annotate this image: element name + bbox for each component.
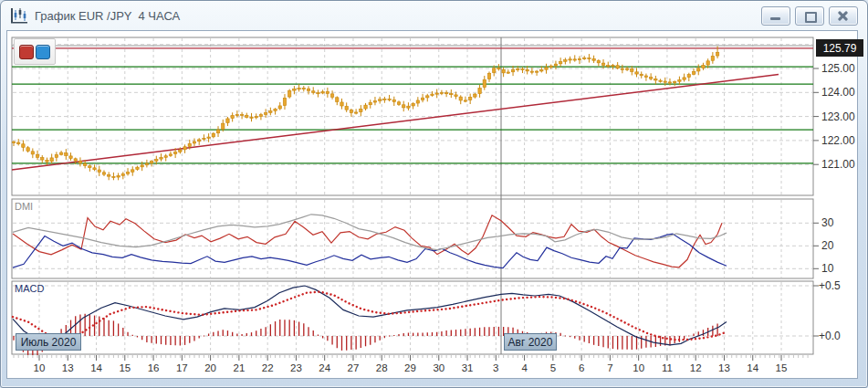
date-axis-label: 28: [376, 362, 388, 373]
restore-button[interactable]: [795, 6, 824, 26]
date-axis-label: 21: [233, 362, 245, 373]
chart-window: 125.00124.00123.00122.00121.00302010+0.5…: [0, 0, 868, 388]
date-axis-label: 24: [319, 362, 330, 373]
dmi-axis-label: 30: [821, 216, 834, 229]
macd-panel-label: MACD: [15, 283, 44, 294]
date-axis-label: 15: [119, 362, 131, 373]
title-bar[interactable]: График EUR /JPY 4 ЧАСА: [1, 1, 867, 30]
window-title: График EUR /JPY 4 ЧАСА: [35, 9, 180, 23]
price-axis-label: 124.00: [821, 86, 855, 99]
restore-icon: [805, 12, 817, 23]
dmi-axis-label: 10: [821, 262, 834, 275]
chart-canvas[interactable]: 125.00124.00123.00122.00121.00302010+0.5…: [1, 1, 868, 388]
date-axis-label: 15: [776, 362, 788, 373]
date-axis-label: 7: [607, 362, 612, 373]
date-axis-label: 20: [204, 362, 216, 373]
red-square-button[interactable]: [19, 45, 34, 59]
date-axis-label: 6: [579, 362, 584, 373]
month-badge-july: Июль 2020: [16, 333, 81, 351]
date-axis-label: 16: [148, 362, 160, 373]
macd-axis-label: +0.5: [819, 279, 841, 292]
price-axis-label: 123.00: [821, 110, 855, 123]
date-axis-label: 11: [662, 362, 673, 373]
chart-toolbox: [14, 38, 56, 65]
date-axis-label: 4: [521, 362, 528, 373]
date-axis-label: 30: [433, 362, 444, 373]
window-controls: [761, 6, 858, 26]
date-axis-label: 5: [550, 362, 556, 373]
date-axis-label: 27: [348, 362, 360, 373]
close-button[interactable]: [829, 6, 858, 26]
date-axis-label: 31: [462, 362, 474, 373]
minimize-button[interactable]: [761, 6, 790, 26]
minimize-icon: [770, 17, 780, 20]
date-axis-label: 29: [404, 362, 416, 373]
date-axis-label: 10: [34, 362, 46, 373]
blue-square-button[interactable]: [36, 45, 50, 59]
month-badge-august: Авг 2020: [504, 333, 557, 351]
date-axis-label: 23: [290, 362, 302, 373]
price-axis-label: 121.00: [821, 158, 855, 171]
date-axis-label: 14: [90, 362, 102, 373]
current-price-badge: 125.79: [816, 39, 863, 57]
date-axis-label: 12: [690, 362, 702, 373]
price-axis-label: 122.00: [821, 134, 855, 147]
candlestick-chart-icon: [10, 6, 28, 25]
date-axis-label: 22: [262, 362, 274, 373]
dmi-panel-label: DMI: [15, 201, 33, 212]
macd-axis-label: +0.0: [819, 330, 841, 342]
date-axis-label: 17: [176, 362, 188, 373]
date-axis-label: 10: [633, 362, 644, 373]
date-axis-label: 14: [747, 362, 758, 373]
dmi-axis-label: 20: [821, 239, 834, 252]
date-axis-label: 3: [493, 362, 498, 373]
date-axis-label: 13: [62, 362, 74, 373]
price-axis-label: 125.00: [821, 62, 855, 75]
date-axis-label: 13: [718, 362, 730, 373]
